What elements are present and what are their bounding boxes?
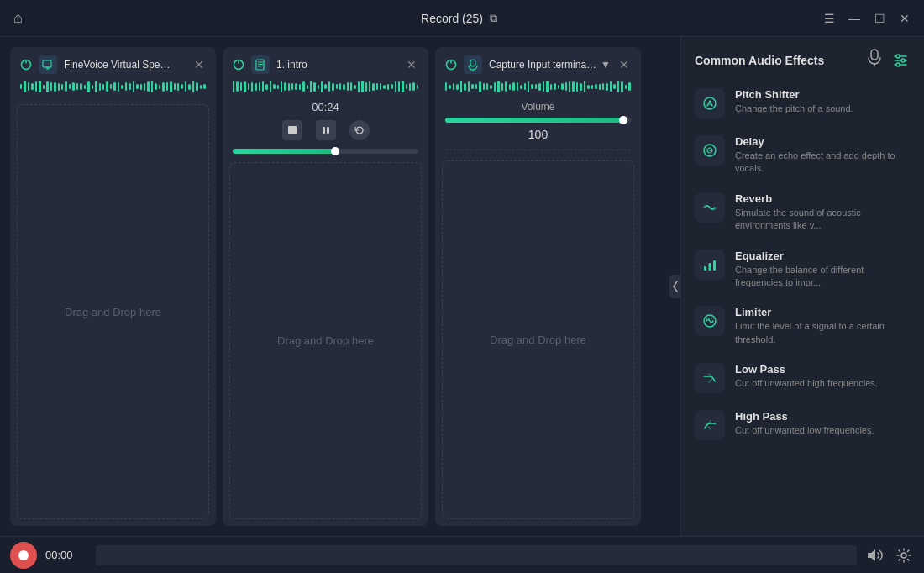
volume-slider-container[interactable] xyxy=(435,114,641,126)
minimize-button[interactable]: — xyxy=(848,13,860,24)
level-bar xyxy=(569,81,570,92)
card-speaker-close[interactable]: ✕ xyxy=(192,58,206,71)
level-bar xyxy=(188,84,190,90)
maximize-button[interactable]: ☐ xyxy=(874,13,885,24)
level-bar xyxy=(106,81,108,92)
effect-item-equalizer[interactable]: Equalizer Change the balance of differen… xyxy=(681,241,924,298)
level-bar xyxy=(80,83,81,90)
level-bar xyxy=(486,83,488,90)
level-bar xyxy=(565,82,567,91)
level-bar xyxy=(65,81,66,92)
effects-list: Pitch Shifter Change the pitch of a soun… xyxy=(681,80,924,536)
progress-bar-fill xyxy=(233,149,335,154)
high-pass-info: High Pass Cut off unwanted low frequenci… xyxy=(735,410,911,437)
level-bar xyxy=(166,82,168,91)
level-bar xyxy=(531,84,533,89)
level-bar xyxy=(538,83,540,91)
level-bar xyxy=(200,85,202,89)
volume-control-icon[interactable] xyxy=(865,545,885,565)
record-dot xyxy=(18,550,29,560)
level-bar xyxy=(350,82,352,91)
level-bar xyxy=(58,83,60,91)
pause-button[interactable] xyxy=(316,120,336,140)
high-pass-name: High Pass xyxy=(735,410,911,423)
volume-slider-track[interactable] xyxy=(445,118,631,123)
level-bar xyxy=(395,81,396,92)
effect-item-reverb[interactable]: Reverb Simulate the sound of acoustic en… xyxy=(681,184,924,241)
progress-bar-container[interactable] xyxy=(223,144,428,159)
power-icon-intro[interactable] xyxy=(233,59,244,71)
record-button[interactable] xyxy=(10,542,37,569)
card-speaker-title: FineVoice Virtual Speaker xyxy=(64,59,173,71)
capture-dropdown-btn[interactable]: ▼ xyxy=(599,58,612,71)
level-bar xyxy=(398,81,400,92)
level-bar xyxy=(151,81,153,92)
level-bar xyxy=(192,81,194,92)
effects-settings-icon[interactable] xyxy=(890,50,911,71)
svg-rect-13 xyxy=(323,127,325,134)
level-bar xyxy=(580,83,581,91)
card-intro-title: 1. intro xyxy=(276,59,307,71)
title-bar-left: ⌂ xyxy=(13,9,23,27)
level-bar xyxy=(339,83,341,90)
level-bar xyxy=(576,82,578,92)
effect-item-low-pass[interactable]: Low Pass Cut off unwanted high frequenci… xyxy=(681,355,924,402)
level-bar xyxy=(387,84,389,90)
panel-collapse-button[interactable] xyxy=(669,275,681,298)
volume-thumb[interactable] xyxy=(619,116,627,124)
level-bar xyxy=(361,81,363,92)
drag-drop-zone-capture[interactable]: Drag and Drop here xyxy=(442,160,634,519)
svg-rect-17 xyxy=(470,60,475,66)
level-bar xyxy=(587,85,589,89)
level-bar xyxy=(110,84,112,89)
stop-button[interactable] xyxy=(282,120,302,140)
level-bar xyxy=(144,83,145,91)
level-bar xyxy=(236,81,238,92)
menu-button[interactable]: ☰ xyxy=(823,13,835,24)
level-bar xyxy=(284,82,286,91)
level-bar xyxy=(376,83,378,90)
external-link-icon[interactable]: ⧉ xyxy=(490,12,503,25)
power-icon-speaker[interactable] xyxy=(20,59,32,71)
drag-drop-label-capture: Drag and Drop here xyxy=(490,334,586,346)
right-panel-header: Common Audio Effects xyxy=(681,37,924,80)
settings-icon[interactable] xyxy=(894,545,914,565)
card-capture-close[interactable]: ✕ xyxy=(617,58,631,71)
cards-area: FineVoice Virtual Speaker ✕ xyxy=(0,37,680,536)
home-icon[interactable]: ⌂ xyxy=(13,9,23,27)
level-bar xyxy=(185,81,186,92)
level-bar xyxy=(468,81,470,92)
level-bar xyxy=(155,83,156,90)
mic-toggle-icon[interactable] xyxy=(867,49,882,71)
svg-rect-2 xyxy=(43,60,51,67)
level-bar xyxy=(133,81,134,92)
intro-file-icon xyxy=(251,55,270,74)
level-bar xyxy=(259,82,260,91)
effect-item-delay[interactable]: Delay Create an echo effect and add dept… xyxy=(681,127,924,184)
drag-drop-zone-intro[interactable]: Drag and Drop here xyxy=(229,162,422,519)
progress-bar-track[interactable] xyxy=(233,149,418,154)
effect-item-pitch-shifter[interactable]: Pitch Shifter Change the pitch of a soun… xyxy=(681,80,924,127)
refresh-button[interactable] xyxy=(349,120,370,140)
progress-thumb[interactable] xyxy=(331,147,339,155)
power-icon-capture[interactable] xyxy=(445,59,457,71)
level-bar xyxy=(244,81,245,92)
level-bar xyxy=(61,84,63,90)
level-bar xyxy=(347,82,349,91)
pitch-shifter-desc: Change the pitch of a sound. xyxy=(735,103,911,115)
close-button[interactable]: ✕ xyxy=(899,13,911,24)
pitch-shifter-icon xyxy=(695,88,725,118)
delay-desc: Create an echo effect and add depth to v… xyxy=(735,150,911,176)
level-bar xyxy=(288,83,290,91)
drag-drop-label-intro: Drag and Drop here xyxy=(277,334,374,347)
drag-drop-zone-speaker[interactable]: Drag and Drop here xyxy=(17,104,209,519)
level-bar xyxy=(92,85,93,89)
effect-item-high-pass[interactable]: High Pass Cut off unwanted low frequenci… xyxy=(681,402,924,449)
effect-item-limiter[interactable]: Limiter Limit the level of a signal to a… xyxy=(681,297,924,355)
level-bar xyxy=(406,84,407,89)
title-bar: ⌂ Record (25) ⧉ ☰ — ☐ ✕ xyxy=(0,0,924,37)
level-bar xyxy=(369,81,370,92)
card-capture-header-left: Capture Input terminal (F... xyxy=(445,55,598,74)
level-bar xyxy=(24,81,25,92)
card-intro-close[interactable]: ✕ xyxy=(405,58,418,71)
